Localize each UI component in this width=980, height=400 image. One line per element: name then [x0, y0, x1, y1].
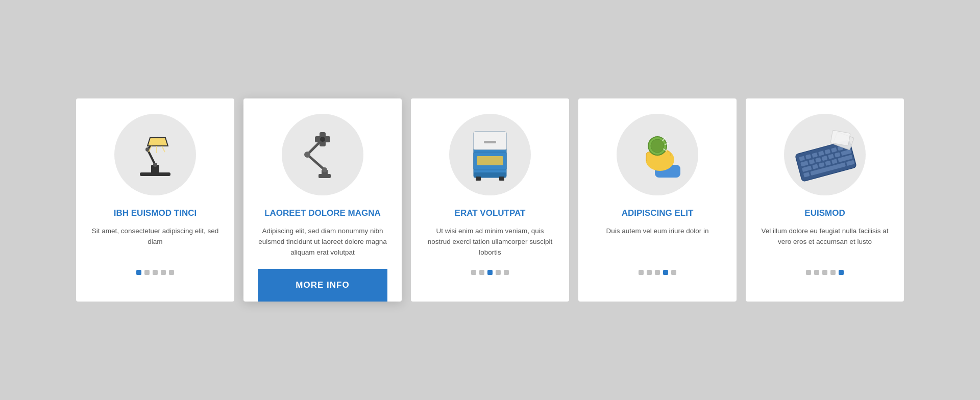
card-4-dots	[639, 270, 676, 287]
monitor-arm-icon	[292, 124, 353, 185]
dot	[647, 270, 652, 275]
svg-rect-21	[474, 132, 506, 149]
dot	[479, 270, 484, 275]
card-3-text: Ut wisi enim ad minim veniam, quis nostr…	[425, 226, 555, 258]
dot	[504, 270, 509, 275]
dot	[639, 270, 644, 275]
dot	[655, 270, 660, 275]
svg-point-5	[153, 163, 157, 167]
svg-point-15	[322, 167, 327, 172]
card-4-text: Duis autem vel eum iriure dolor in	[606, 226, 708, 258]
icon-circle-3	[449, 114, 531, 195]
dot	[671, 270, 676, 275]
svg-rect-22	[484, 141, 496, 143]
card-2-text: Adipiscing elit, sed diam nonummy nibh e…	[258, 226, 387, 259]
hand-coin-icon	[627, 127, 688, 183]
more-info-button[interactable]: MORE INFO	[258, 269, 387, 302]
dot	[496, 270, 501, 275]
card-1-title: IBH EUISMOD TINCI	[114, 208, 197, 219]
dot	[169, 270, 174, 275]
svg-rect-66	[830, 130, 850, 146]
svg-point-14	[304, 152, 310, 158]
card-ibh-euismod: IBH EUISMOD TINCI Sit amet, consectetuer…	[76, 98, 234, 302]
svg-rect-27	[499, 177, 504, 181]
card-laoreet-dolore: LAOREET DOLORE MAGNA Adipiscing elit, se…	[243, 98, 402, 302]
card-5-title: EUISMOD	[804, 208, 845, 219]
card-3-title: ERAT VOLUTPAT	[455, 208, 526, 219]
svg-point-36	[651, 139, 664, 153]
icon-circle-4	[617, 114, 698, 195]
dot	[830, 270, 836, 275]
dot	[471, 270, 476, 275]
icon-circle-2	[282, 114, 363, 195]
svg-rect-24	[477, 156, 503, 165]
card-4-title: ADIPISCING ELIT	[622, 208, 694, 219]
svg-point-19	[320, 137, 325, 142]
svg-marker-6	[148, 138, 168, 146]
card-1-dots	[136, 270, 174, 287]
icon-circle-5	[784, 114, 866, 195]
dot	[822, 270, 827, 275]
dot	[136, 270, 141, 275]
keyboard-icon	[792, 129, 858, 180]
file-cabinet-icon	[464, 127, 516, 183]
card-5-dots	[806, 270, 844, 287]
dot	[487, 270, 493, 275]
card-2-title: LAOREET DOLORE MAGNA	[264, 208, 381, 219]
dot	[814, 270, 819, 275]
dot	[663, 270, 668, 275]
dot	[153, 270, 158, 275]
svg-rect-26	[476, 177, 481, 181]
dot	[806, 270, 811, 275]
cards-container: IBH EUISMOD TINCI Sit amet, consectetuer…	[76, 98, 904, 302]
card-euismod: EUISMOD Vel illum dolore eu feugiat null…	[746, 98, 904, 302]
svg-line-9	[162, 146, 165, 152]
dot	[839, 270, 844, 275]
dot	[161, 270, 166, 275]
dot	[144, 270, 150, 275]
card-adipiscing-elit: ADIPISCING ELIT Duis autem vel eum iriur…	[578, 98, 737, 302]
card-5-text: Vel illum dolore eu feugiat nulla facili…	[760, 226, 890, 258]
card-3-dots	[471, 270, 509, 287]
card-1-text: Sit amet, consectetuer adipiscing elit, …	[90, 226, 220, 258]
icon-circle-1	[114, 114, 196, 195]
svg-line-12	[307, 155, 325, 170]
desk-lamp-icon	[127, 127, 183, 183]
card-erat-volutpat: ERAT VOLUTPAT Ut wisi enim ad minim veni…	[411, 98, 569, 302]
